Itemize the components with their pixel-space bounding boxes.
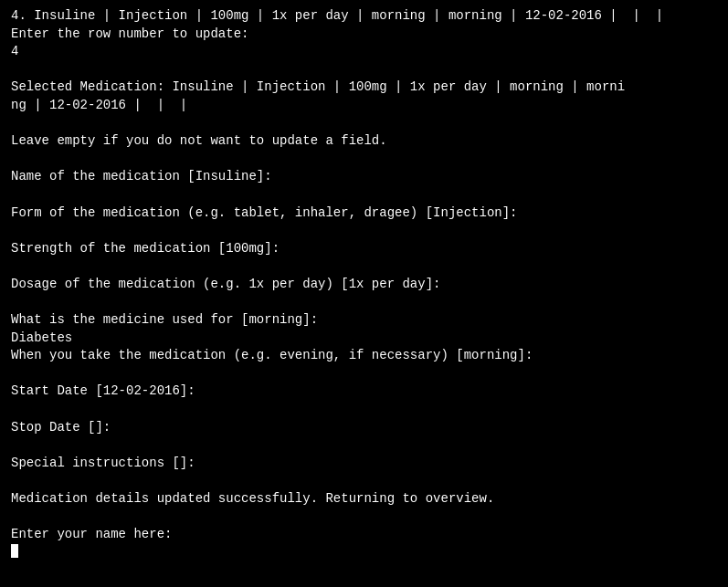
- empty-line: [11, 115, 717, 133]
- empty-line: [11, 508, 717, 527]
- empty-line: [11, 186, 717, 204]
- line20: When you take the medication (e.g. eveni…: [11, 347, 717, 365]
- line2: Enter the row number to update:: [11, 26, 717, 44]
- line3: 4: [11, 43, 717, 61]
- line28: Medication details updated successfully.…: [11, 490, 717, 508]
- line19: Diabetes: [11, 330, 717, 348]
- line26: Special instructions []:: [11, 455, 717, 473]
- line22: Start Date [12-02-2016]:: [11, 383, 717, 401]
- line14: Strength of the medication [100mg]:: [11, 240, 717, 258]
- line18: What is the medicine used for [morning]:: [11, 311, 717, 330]
- line24: Stop Date []:: [11, 419, 717, 437]
- empty-line: [11, 222, 717, 240]
- line8: Leave empty if you do not want to update…: [11, 132, 717, 151]
- empty-line: [11, 365, 717, 383]
- line30: Enter your name here:: [11, 526, 717, 544]
- empty-line: [11, 401, 717, 419]
- line16: Dosage of the medication (e.g. 1x per da…: [11, 276, 717, 294]
- cursor-line: [11, 544, 717, 558]
- terminal-cursor: [11, 544, 18, 558]
- line12: Form of the medication (e.g. tablet, inh…: [11, 204, 717, 223]
- empty-line: [11, 436, 717, 455]
- empty-line: [11, 257, 717, 276]
- empty-line: [11, 151, 717, 169]
- empty-line: [11, 294, 717, 312]
- line5: Selected Medication: Insuline | Injectio…: [11, 79, 717, 97]
- line6: ng | 12-02-2016 | | |: [11, 97, 717, 115]
- empty-line: [11, 61, 717, 79]
- empty-line: [11, 472, 717, 490]
- line10: Name of the medication [Insuline]:: [11, 168, 717, 186]
- line1: 4. Insuline | Injection | 100mg | 1x per…: [11, 7, 717, 26]
- terminal-window[interactable]: 4. Insuline | Injection | 100mg | 1x per…: [5, 4, 723, 587]
